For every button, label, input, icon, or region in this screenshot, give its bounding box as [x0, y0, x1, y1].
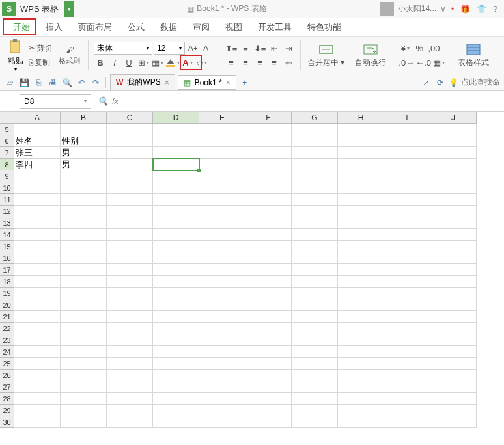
cell-A24[interactable]	[14, 346, 61, 358]
close-icon[interactable]: ×	[226, 78, 231, 87]
row-header-7[interactable]: 7	[0, 147, 14, 159]
menu-tab-0[interactable]: 开始	[5, 19, 38, 36]
cell-I19[interactable]	[384, 288, 430, 299]
cell-H20[interactable]	[338, 299, 384, 311]
my-wps-tab[interactable]: W 我的WPS ×	[110, 74, 175, 90]
align-middle-button[interactable]: ≡	[239, 42, 252, 55]
col-header-D[interactable]: D	[153, 112, 199, 124]
cell-I16[interactable]	[384, 252, 430, 264]
cell-C10[interactable]	[107, 182, 153, 194]
cell-F5[interactable]	[245, 124, 292, 135]
row-header-8[interactable]: 8	[0, 159, 14, 170]
cell-I28[interactable]	[384, 393, 430, 405]
bold-button[interactable]: B	[94, 56, 107, 69]
cell-I6[interactable]	[384, 135, 430, 147]
cell-D7[interactable]	[153, 147, 199, 159]
comma-button[interactable]: ,00	[427, 42, 440, 55]
cell-G10[interactable]	[292, 182, 338, 194]
cell-F22[interactable]	[245, 323, 292, 334]
col-header-H[interactable]: H	[338, 112, 384, 124]
row-header-15[interactable]: 15	[0, 241, 14, 252]
cell-J12[interactable]	[430, 206, 477, 217]
cell-I17[interactable]	[384, 264, 430, 276]
cell-G20[interactable]	[292, 299, 338, 311]
cell-E10[interactable]	[199, 182, 245, 194]
row-header-22[interactable]: 22	[0, 323, 14, 334]
cell-D13[interactable]	[153, 217, 199, 229]
cell-F7[interactable]	[245, 147, 292, 159]
cell-E15[interactable]	[199, 241, 245, 252]
cell-E19[interactable]	[199, 288, 245, 299]
cell-C11[interactable]	[107, 194, 153, 206]
decrease-font-button[interactable]: A-	[201, 42, 214, 55]
menu-tab-1[interactable]: 插入	[38, 19, 70, 36]
cell-B30[interactable]	[61, 416, 107, 428]
cell-H23[interactable]	[338, 334, 384, 346]
cell-H6[interactable]	[338, 135, 384, 147]
font-size-select[interactable]: 12▾	[154, 42, 185, 55]
cell-A11[interactable]	[14, 194, 61, 206]
cell-A17[interactable]	[14, 264, 61, 276]
cell-F26[interactable]	[245, 370, 292, 381]
cell-B12[interactable]	[61, 206, 107, 217]
cell-A21[interactable]	[14, 311, 61, 323]
row-header-12[interactable]: 12	[0, 206, 14, 217]
cell-C5[interactable]	[107, 124, 153, 135]
cell-B29[interactable]	[61, 405, 107, 416]
row-header-23[interactable]: 23	[0, 334, 14, 346]
cell-A12[interactable]	[14, 206, 61, 217]
font-name-select[interactable]: 宋体▾	[94, 42, 152, 55]
cell-H24[interactable]	[338, 346, 384, 358]
table-style-button[interactable]: 表格样式	[456, 42, 490, 70]
cell-E6[interactable]	[199, 135, 245, 147]
refresh-icon[interactable]: ⟳	[434, 77, 446, 88]
cell-H13[interactable]	[338, 217, 384, 229]
cell-J15[interactable]	[430, 241, 477, 252]
avatar[interactable]	[380, 2, 394, 16]
col-header-I[interactable]: I	[384, 112, 430, 124]
menu-tab-7[interactable]: 开发工具	[250, 19, 300, 36]
cell-E30[interactable]	[199, 416, 245, 428]
cell-H14[interactable]	[338, 229, 384, 241]
row-header-10[interactable]: 10	[0, 182, 14, 194]
cell-J20[interactable]	[430, 299, 477, 311]
arrow-icon[interactable]: ↗	[420, 77, 432, 88]
redo-button[interactable]: ↷	[90, 77, 102, 88]
row-header-19[interactable]: 19	[0, 288, 14, 299]
border-button[interactable]: ⊞	[137, 56, 150, 69]
cell-D30[interactable]	[153, 416, 199, 428]
cell-I13[interactable]	[384, 217, 430, 229]
cell-A19[interactable]	[14, 288, 61, 299]
cell-E18[interactable]	[199, 276, 245, 288]
cell-B22[interactable]	[61, 323, 107, 334]
cell-D6[interactable]	[153, 135, 199, 147]
cell-E21[interactable]	[199, 311, 245, 323]
cell-G15[interactable]	[292, 241, 338, 252]
cell-H15[interactable]	[338, 241, 384, 252]
cell-J14[interactable]	[430, 229, 477, 241]
cell-A23[interactable]	[14, 334, 61, 346]
cell-F29[interactable]	[245, 405, 292, 416]
cell-C26[interactable]	[107, 370, 153, 381]
spreadsheet-grid[interactable]: ABCDEFGHIJ56姓名性别7张三男8李四男9101112131415161…	[0, 112, 504, 445]
cell-H27[interactable]	[338, 381, 384, 393]
add-tab-button[interactable]: +	[239, 77, 251, 88]
row-header-5[interactable]: 5	[0, 124, 14, 135]
cell-G14[interactable]	[292, 229, 338, 241]
cell-A22[interactable]	[14, 323, 61, 334]
menu-tab-5[interactable]: 审阅	[185, 19, 217, 36]
cell-B23[interactable]	[61, 334, 107, 346]
cell-F9[interactable]	[245, 170, 292, 182]
cell-E16[interactable]	[199, 252, 245, 264]
cell-J29[interactable]	[430, 405, 477, 416]
print-button[interactable]: 🖶	[47, 77, 59, 88]
cell-C15[interactable]	[107, 241, 153, 252]
row-header-20[interactable]: 20	[0, 299, 14, 311]
wrap-text-button[interactable]: 自动换行	[354, 42, 387, 70]
cell-C8[interactable]	[107, 159, 153, 170]
distribute-button[interactable]: ⇿	[282, 56, 295, 69]
cell-I24[interactable]	[384, 346, 430, 358]
cell-B15[interactable]	[61, 241, 107, 252]
cell-C25[interactable]	[107, 358, 153, 370]
cell-G26[interactable]	[292, 370, 338, 381]
